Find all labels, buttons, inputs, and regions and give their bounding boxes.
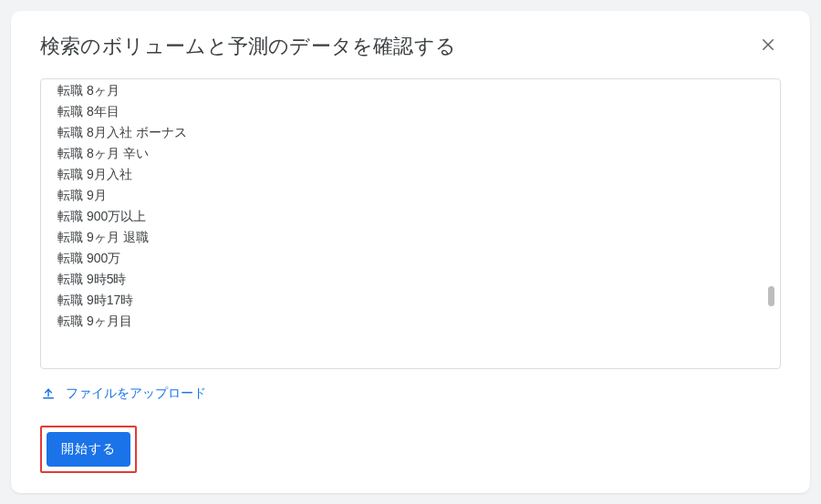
scrollbar-thumb[interactable]	[768, 286, 774, 306]
keyword-line: 転職 9ヶ月目	[57, 311, 764, 332]
modal-title: 検索のボリュームと予測のデータを確認する	[40, 33, 456, 60]
highlight-frame: 開始する	[40, 426, 137, 473]
keyword-line: 転職 9月入社	[57, 164, 764, 185]
modal-header: 検索のボリュームと予測のデータを確認する	[40, 33, 781, 60]
keyword-line: 転職 900万以上	[57, 206, 764, 227]
upload-icon	[40, 386, 57, 402]
keyword-textarea[interactable]: 転職 8ヶ月 転職 8年目 転職 8月入社 ボーナス 転職 8ヶ月 辛い 転職 …	[40, 78, 781, 369]
modal-actions: 開始する	[40, 426, 781, 473]
keyword-line: 転職 8月入社 ボーナス	[57, 122, 764, 143]
keyword-line: 転職 9時17時	[57, 290, 764, 311]
close-icon	[760, 36, 776, 57]
keyword-line: 転職 8ヶ月	[57, 80, 764, 101]
upload-file-link[interactable]: ファイルをアップロード	[40, 386, 781, 402]
keyword-line: 転職 9時5時	[57, 269, 764, 290]
keyword-line: 転職 9月	[57, 185, 764, 206]
close-button[interactable]	[755, 34, 781, 59]
keyword-line: 転職 8ヶ月 辛い	[57, 143, 764, 164]
keyword-line: 転職 9ヶ月 退職	[57, 227, 764, 248]
start-button[interactable]: 開始する	[47, 432, 130, 467]
keyword-line: 転職 8年目	[57, 101, 764, 122]
keyword-line: 転職 900万	[57, 248, 764, 269]
modal-dialog: 検索のボリュームと予測のデータを確認する 転職 8ヶ月 転職 8年目 転職 8月…	[11, 11, 810, 493]
keyword-list: 転職 8ヶ月 転職 8年目 転職 8月入社 ボーナス 転職 8ヶ月 辛い 転職 …	[57, 80, 764, 332]
upload-label: ファイルをアップロード	[66, 386, 206, 402]
